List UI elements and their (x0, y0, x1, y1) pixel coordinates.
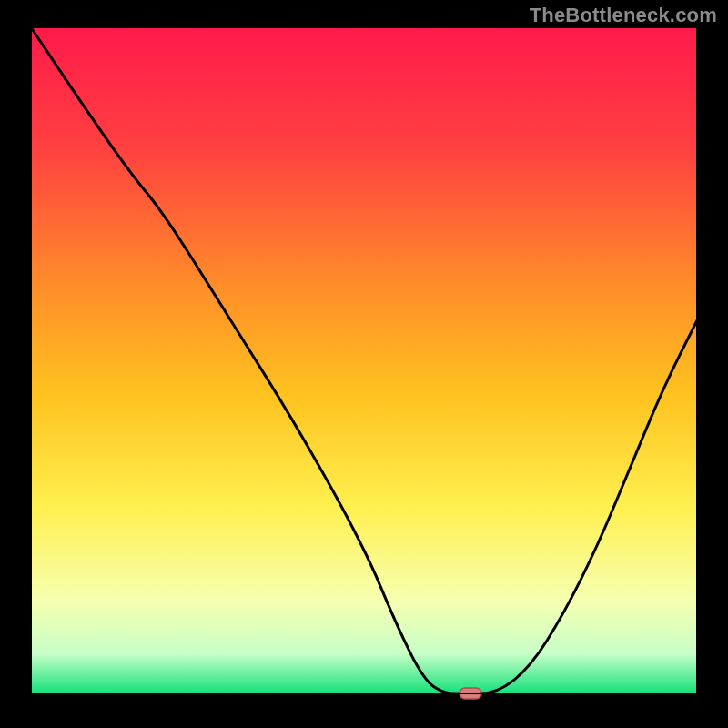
chart-frame: { "watermark": "TheBottleneck.com", "col… (0, 0, 728, 728)
plot-background (31, 27, 697, 693)
watermark-text: TheBottleneck.com (530, 4, 717, 27)
chart-svg (0, 0, 728, 728)
